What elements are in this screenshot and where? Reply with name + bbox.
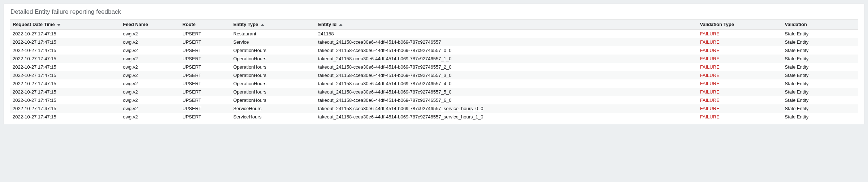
cell-request-date-time: 2022-10-27 17:47:15 [10, 104, 120, 113]
cell-request-date-time: 2022-10-27 17:47:15 [10, 88, 120, 96]
cell-feed-name: owg.v2 [120, 113, 180, 121]
col-label: Validation [785, 22, 807, 27]
cell-route: UPSERT [179, 113, 230, 121]
cell-entity-id: takeout_241158-ccea30e6-44df-4514-b069-7… [315, 96, 697, 104]
cell-entity-type: Service [230, 38, 315, 46]
cell-entity-id: takeout_241158-ccea30e6-44df-4514-b069-7… [315, 104, 697, 113]
cell-route: UPSERT [179, 63, 230, 71]
cell-validation-type: FAILURE [697, 88, 782, 96]
cell-validation-type: FAILURE [697, 79, 782, 88]
cell-entity-id: takeout_241158-ccea30e6-44df-4514-b069-7… [315, 55, 697, 63]
cell-feed-name: owg.v2 [120, 46, 180, 55]
cell-entity-type: OperationHours [230, 55, 315, 63]
col-label: Request Date Time [13, 22, 55, 27]
cell-feed-name: owg.v2 [120, 55, 180, 63]
table-header-row: Request Date Time Feed Name Route Entity… [10, 20, 858, 30]
cell-request-date-time: 2022-10-27 17:47:15 [10, 30, 120, 38]
col-label: Feed Name [123, 22, 148, 27]
table-row: 2022-10-27 17:47:15owg.v2UPSERTOperation… [10, 55, 858, 63]
col-header-validation-type[interactable]: Validation Type [697, 20, 782, 30]
cell-validation: Stale Entity [782, 55, 859, 63]
cell-feed-name: owg.v2 [120, 88, 180, 96]
cell-route: UPSERT [179, 96, 230, 104]
cell-feed-name: owg.v2 [120, 30, 180, 38]
col-header-route[interactable]: Route [179, 20, 230, 30]
cell-validation: Stale Entity [782, 63, 859, 71]
cell-feed-name: owg.v2 [120, 79, 180, 88]
cell-validation-type: FAILURE [697, 113, 782, 121]
report-card: Detailed Entity failure reporting feedba… [4, 4, 864, 124]
col-header-entity-type[interactable]: Entity Type [230, 20, 315, 30]
cell-entity-type: OperationHours [230, 46, 315, 55]
cell-entity-id: takeout_241158-ccea30e6-44df-4514-b069-7… [315, 113, 697, 121]
cell-entity-type: ServiceHours [230, 113, 315, 121]
cell-request-date-time: 2022-10-27 17:47:15 [10, 71, 120, 79]
cell-entity-type: Restaurant [230, 30, 315, 38]
table-row: 2022-10-27 17:47:15owg.v2UPSERTServiceHo… [10, 104, 858, 113]
sort-desc-icon [57, 23, 61, 27]
cell-entity-id: takeout_241158-ccea30e6-44df-4514-b069-7… [315, 88, 697, 96]
cell-route: UPSERT [179, 30, 230, 38]
cell-request-date-time: 2022-10-27 17:47:15 [10, 38, 120, 46]
cell-validation: Stale Entity [782, 71, 859, 79]
table-row: 2022-10-27 17:47:15owg.v2UPSERTOperation… [10, 71, 858, 79]
cell-validation: Stale Entity [782, 88, 859, 96]
table-body: 2022-10-27 17:47:15owg.v2UPSERTRestauran… [10, 30, 858, 121]
col-header-entity-id[interactable]: Entity Id [315, 20, 697, 30]
cell-route: UPSERT [179, 55, 230, 63]
cell-feed-name: owg.v2 [120, 71, 180, 79]
cell-validation: Stale Entity [782, 104, 859, 113]
cell-entity-id: takeout_241158-ccea30e6-44df-4514-b069-7… [315, 71, 697, 79]
cell-request-date-time: 2022-10-27 17:47:15 [10, 96, 120, 104]
cell-route: UPSERT [179, 46, 230, 55]
cell-entity-type: ServiceHours [230, 104, 315, 113]
col-header-request-date-time[interactable]: Request Date Time [10, 20, 120, 30]
cell-validation: Stale Entity [782, 96, 859, 104]
col-label: Route [182, 22, 196, 27]
col-header-validation[interactable]: Validation [782, 20, 859, 30]
table-row: 2022-10-27 17:47:15owg.v2UPSERTRestauran… [10, 30, 858, 38]
table-row: 2022-10-27 17:47:15owg.v2UPSERTOperation… [10, 79, 858, 88]
cell-validation-type: FAILURE [697, 38, 782, 46]
cell-entity-type: OperationHours [230, 96, 315, 104]
cell-validation-type: FAILURE [697, 30, 782, 38]
cell-feed-name: owg.v2 [120, 38, 180, 46]
cell-request-date-time: 2022-10-27 17:47:15 [10, 55, 120, 63]
cell-entity-type: OperationHours [230, 63, 315, 71]
col-label: Validation Type [700, 22, 734, 27]
cell-request-date-time: 2022-10-27 17:47:15 [10, 79, 120, 88]
cell-entity-id: takeout_241158-ccea30e6-44df-4514-b069-7… [315, 79, 697, 88]
sort-asc-icon [339, 23, 343, 27]
cell-request-date-time: 2022-10-27 17:47:15 [10, 63, 120, 71]
table-row: 2022-10-27 17:47:15owg.v2UPSERTServiceHo… [10, 113, 858, 121]
cell-validation-type: FAILURE [697, 96, 782, 104]
cell-entity-type: OperationHours [230, 79, 315, 88]
cell-validation: Stale Entity [782, 38, 859, 46]
sort-asc-icon [260, 23, 265, 27]
col-header-feed-name[interactable]: Feed Name [120, 20, 180, 30]
cell-request-date-time: 2022-10-27 17:47:15 [10, 113, 120, 121]
report-title: Detailed Entity failure reporting feedba… [10, 8, 858, 16]
table-row: 2022-10-27 17:47:15owg.v2UPSERTOperation… [10, 96, 858, 104]
cell-validation: Stale Entity [782, 46, 859, 55]
cell-validation-type: FAILURE [697, 63, 782, 71]
cell-feed-name: owg.v2 [120, 96, 180, 104]
table-row: 2022-10-27 17:47:15owg.v2UPSERTOperation… [10, 63, 858, 71]
table-row: 2022-10-27 17:47:15owg.v2UPSERTServiceta… [10, 38, 858, 46]
table-row: 2022-10-27 17:47:15owg.v2UPSERTOperation… [10, 46, 858, 55]
cell-entity-id: takeout_241158-ccea30e6-44df-4514-b069-7… [315, 63, 697, 71]
cell-entity-type: OperationHours [230, 71, 315, 79]
cell-entity-type: OperationHours [230, 88, 315, 96]
cell-route: UPSERT [179, 88, 230, 96]
cell-request-date-time: 2022-10-27 17:47:15 [10, 46, 120, 55]
cell-validation-type: FAILURE [697, 55, 782, 63]
failure-table: Request Date Time Feed Name Route Entity… [10, 19, 858, 121]
cell-validation-type: FAILURE [697, 46, 782, 55]
cell-validation: Stale Entity [782, 30, 859, 38]
cell-feed-name: owg.v2 [120, 104, 180, 113]
col-label: Entity Type [233, 22, 258, 27]
cell-route: UPSERT [179, 71, 230, 79]
cell-entity-id: takeout_241158-ccea30e6-44df-4514-b069-7… [315, 46, 697, 55]
cell-route: UPSERT [179, 79, 230, 88]
cell-route: UPSERT [179, 38, 230, 46]
